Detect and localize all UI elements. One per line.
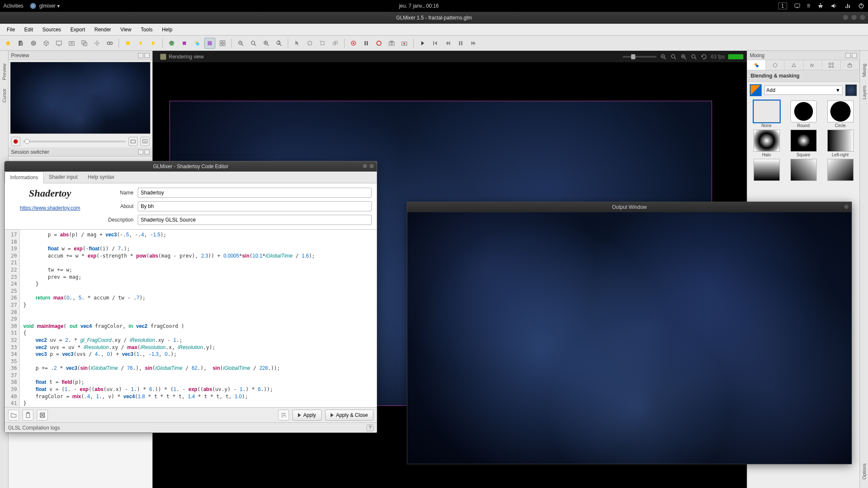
activities-button[interactable]: Activities	[3, 3, 23, 9]
move-tool[interactable]	[304, 38, 315, 49]
frame-button[interactable]	[204, 38, 215, 49]
zoom-out-button[interactable]	[235, 38, 246, 49]
rail-mixing[interactable]: Mixing	[862, 64, 867, 77]
menu-file[interactable]: File	[3, 25, 19, 34]
dialog-close[interactable]	[369, 164, 374, 169]
mask-halo[interactable]	[754, 130, 780, 152]
mix-tab-grid[interactable]	[822, 60, 841, 70]
paste-button[interactable]	[22, 410, 33, 421]
minimize-button[interactable]	[843, 14, 849, 20]
view-zoom-in-icon[interactable]	[680, 53, 687, 60]
preview-record-button[interactable]	[11, 137, 20, 146]
blend-mode-select[interactable]: Add ▼	[764, 86, 843, 95]
zoom-reset-button[interactable]: 1	[273, 38, 284, 49]
tab-informations[interactable]: Informations	[5, 172, 44, 183]
zoom-in-button[interactable]	[261, 38, 272, 49]
apply-button[interactable]: Apply	[292, 410, 322, 421]
cube-source-button[interactable]	[41, 38, 52, 49]
snapshot-button[interactable]	[386, 38, 397, 49]
chain-button[interactable]	[104, 38, 115, 49]
compilation-logs-label[interactable]: GLSL Compilation logs	[8, 425, 60, 431]
menu-help[interactable]: Help	[158, 25, 177, 34]
windows-button[interactable]	[79, 38, 90, 49]
wrap-button[interactable]	[278, 410, 289, 421]
pause-rec-button[interactable]	[361, 38, 372, 49]
accessibility-icon[interactable]	[817, 3, 824, 9]
view-zoom-out-icon[interactable]	[660, 53, 667, 60]
zoom-fit-button[interactable]	[248, 38, 259, 49]
play-yellow-button[interactable]	[148, 38, 159, 49]
stop-purple-button[interactable]	[179, 38, 190, 49]
new-source-button[interactable]	[3, 38, 14, 49]
blend-swatch[interactable]	[750, 84, 762, 96]
file-source-button[interactable]	[15, 38, 26, 49]
record-button[interactable]	[348, 38, 359, 49]
dialog-titlebar[interactable]: GLMixer - Shadertoy Code Editor	[5, 161, 377, 172]
rail-options[interactable]: Options	[862, 463, 867, 480]
cursor-tool[interactable]	[292, 38, 303, 49]
preview-fullscreen-button[interactable]	[140, 137, 150, 146]
close-button[interactable]	[860, 14, 865, 20]
panel-close[interactable]	[145, 53, 150, 58]
mask-circle[interactable]	[827, 100, 854, 122]
tab-shader-input[interactable]: Shader input	[44, 172, 83, 183]
pause-button[interactable]	[455, 38, 466, 49]
mask-diag2[interactable]	[827, 159, 854, 181]
clock[interactable]: jeu. 7 janv., 00:16	[60, 3, 778, 9]
mixing-undock[interactable]	[846, 53, 851, 58]
view-opacity-slider[interactable]	[623, 56, 657, 58]
tab-rendering-view[interactable]: Rendering view	[156, 52, 208, 61]
record-outline-button[interactable]	[373, 38, 384, 49]
help-button[interactable]: ?	[367, 424, 373, 431]
view-zoom-reset-icon[interactable]	[690, 53, 697, 60]
display-icon[interactable]	[794, 3, 801, 9]
name-field[interactable]	[138, 188, 372, 198]
mixing-close[interactable]	[852, 53, 857, 58]
power-icon[interactable]	[858, 3, 865, 9]
camera-source-button[interactable]	[28, 38, 39, 49]
maximize-button[interactable]	[851, 14, 857, 20]
language-indicator[interactable]: fr	[807, 3, 810, 9]
description-field[interactable]	[138, 215, 372, 225]
menu-view[interactable]: View	[116, 25, 136, 34]
mask-square[interactable]	[790, 130, 817, 152]
view-zoom-fit-icon[interactable]	[670, 53, 677, 60]
mix-tab-color[interactable]	[766, 60, 785, 70]
output-canvas[interactable]	[407, 212, 851, 464]
play-button[interactable]	[417, 38, 428, 49]
preview-slider[interactable]	[23, 141, 126, 142]
output-titlebar[interactable]: Output Window	[407, 202, 851, 212]
rotate-tool[interactable]	[317, 38, 328, 49]
preview-aspect-button[interactable]	[128, 137, 138, 146]
session-close[interactable]	[145, 150, 150, 155]
mask-round[interactable]	[790, 100, 817, 122]
shadertoy-link[interactable]: https://www.shadertoy.com	[20, 205, 81, 211]
layer-button[interactable]	[192, 38, 203, 49]
snapshot-rec-button[interactable]	[399, 38, 410, 49]
dialog-minimize[interactable]	[362, 164, 367, 169]
mix-tab-geometry[interactable]	[785, 60, 803, 70]
open-file-button[interactable]	[8, 410, 19, 421]
scale-tool[interactable]	[330, 38, 341, 49]
menu-tools[interactable]: Tools	[136, 25, 157, 34]
network-icon[interactable]	[844, 3, 851, 9]
preview-thumbnail[interactable]	[10, 62, 150, 134]
mask-none[interactable]	[754, 100, 780, 122]
skip-back-button[interactable]	[430, 38, 441, 49]
grid-button[interactable]	[217, 38, 228, 49]
mask-left-right[interactable]	[827, 130, 854, 152]
menu-render[interactable]: Render	[90, 25, 115, 34]
session-undock[interactable]	[138, 150, 143, 155]
output-close[interactable]	[844, 204, 849, 209]
rewind-button[interactable]	[442, 38, 453, 49]
stop-yellow-button[interactable]	[122, 38, 134, 49]
rail-cursor[interactable]: Cursor	[2, 89, 7, 103]
mix-tab-fx[interactable]: fx	[804, 60, 822, 70]
app-menu[interactable]: glmixer ▾	[30, 3, 59, 9]
menu-export[interactable]: Export	[66, 25, 89, 34]
prev-button[interactable]	[135, 38, 146, 49]
panel-undock[interactable]	[138, 53, 143, 58]
gear-button[interactable]	[92, 38, 103, 49]
menu-sources[interactable]: Sources	[38, 25, 65, 34]
workspace-indicator[interactable]: 1	[778, 3, 787, 9]
